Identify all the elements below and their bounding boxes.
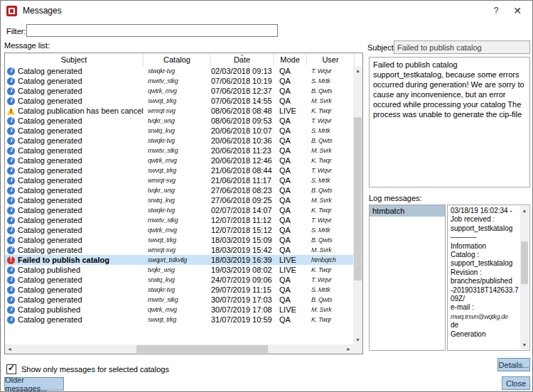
scroll-right-arrow-icon[interactable]: ► <box>344 344 353 354</box>
table-row[interactable]: !Catalog publication has been cancelledw… <box>5 106 353 116</box>
cell-mode: QA <box>274 186 307 195</box>
table-row[interactable]: iCatalog generatedsrwtq_kvg27/06/2018 09… <box>5 195 353 205</box>
table-row[interactable]: iCatalog generatedsrwtq_kvg24/07/2019 09… <box>5 275 353 285</box>
cell-mode: QA <box>274 285 307 294</box>
subject-text: Catalog generated <box>18 186 82 195</box>
cell-user: M. Svrk <box>307 306 353 313</box>
info-icon: i <box>7 127 15 135</box>
cell-subject: iCatalog generated <box>5 156 144 165</box>
column-header-subject[interactable]: Subject <box>5 53 144 66</box>
show-only-selected-checkbox[interactable] <box>6 364 16 374</box>
subject-text: Catalog generated <box>18 156 82 165</box>
details-button[interactable]: Details... <box>497 358 530 371</box>
log-vertical-scrollbar[interactable]: ▲ ▼ <box>520 206 529 349</box>
subject-text: Catalog generated <box>18 226 82 234</box>
older-messages-button[interactable]: Older messages... <box>4 377 64 391</box>
column-header-date[interactable]: Date▴ <box>211 53 274 66</box>
subject-text: Catalog generated <box>18 146 82 155</box>
cell-date: 21/06/2018 08:44 <box>211 166 274 175</box>
log-line: Information <box>451 242 519 251</box>
log-source-item[interactable]: htmbatch <box>370 205 445 217</box>
info-icon: i <box>7 197 15 205</box>
cell-mode: QA <box>274 146 307 155</box>
table-row[interactable]: iCatalog generatedswvqt_trkg18/03/2019 1… <box>5 235 353 245</box>
table-row[interactable]: !Failed to publish catalogswqprt_tstkvtl… <box>5 255 353 265</box>
info-icon: i <box>7 286 15 294</box>
table-row[interactable]: iCatalog generatedtvqkr_wsg27/06/2018 08… <box>5 185 353 195</box>
column-header-catalog[interactable]: Catalog <box>144 53 211 66</box>
horizontal-scroll-thumb[interactable] <box>136 345 268 353</box>
column-header-user[interactable]: User <box>307 53 355 66</box>
table-row[interactable]: iCatalog generatedmwrtv_stkg07/06/2018 1… <box>5 76 353 86</box>
subject-text: Catalog generated <box>18 97 82 105</box>
table-row[interactable]: iCatalog generatedwmrqt-svg21/06/2018 11… <box>5 175 353 185</box>
table-row[interactable]: iCatalog generatedmwrtv_stkg12/07/2018 1… <box>5 215 353 225</box>
log-messages-label: Log messages: <box>369 194 422 202</box>
help-button[interactable]: ? <box>485 3 507 18</box>
table-row[interactable]: iCatalog generatedmwrtv_stkg30/07/2019 1… <box>5 295 353 305</box>
table-row[interactable]: iCatalog generatedtvqkr_wsg08/06/2018 09… <box>5 116 353 126</box>
cell-date: 08/06/2018 09:53 <box>211 116 274 125</box>
log-line: support_testkatalog <box>451 259 519 268</box>
subject-text: Catalog generated <box>18 166 82 175</box>
close-window-button[interactable]: ✕ <box>507 3 528 18</box>
cell-subject: !Failed to publish catalog <box>5 256 144 264</box>
table-row[interactable]: iCatalog generatedqwtrk_mvg12/07/2018 15… <box>5 225 353 235</box>
message-text-box: Failed to publish catalog support_testka… <box>369 57 530 187</box>
scroll-up-arrow-icon[interactable]: ▲ <box>353 66 362 75</box>
log-scroll-down-arrow-icon[interactable]: ▼ <box>520 340 529 349</box>
cell-catalog: wmrqt-svg <box>144 107 211 114</box>
vertical-scroll-thumb[interactable] <box>354 117 362 281</box>
cell-mode: QA <box>274 246 307 254</box>
table-row[interactable]: iCatalog generatedsrwtq_kvg20/06/2018 10… <box>5 126 353 136</box>
info-icon: i <box>7 77 15 85</box>
cell-user: K. Twqr <box>307 266 353 273</box>
cell-date: 02/07/2018 14:07 <box>211 206 274 214</box>
table-row[interactable]: iCatalog generatedqwtrk_mvg07/06/2018 12… <box>5 86 353 96</box>
cell-subject: iCatalog generated <box>5 87 144 95</box>
log-scroll-up-arrow-icon[interactable]: ▲ <box>520 206 529 215</box>
horizontal-scrollbar[interactable]: ◄ ► <box>5 344 353 354</box>
subject-text: Catalog generated <box>18 87 82 95</box>
table-row[interactable]: iCatalog publishedqwtrk_mvg30/07/2019 17… <box>5 305 353 315</box>
column-header-label: Mode <box>280 55 300 64</box>
table-row[interactable]: iCatalog publishedtvqkr_wsg19/03/2019 08… <box>5 265 353 275</box>
subject-text: Catalog generated <box>18 196 82 205</box>
cell-catalog: swvqt_trkg <box>144 97 211 104</box>
table-row[interactable]: iCatalog generatedswvqt_trkg31/07/2019 1… <box>5 315 353 325</box>
cell-mode: QA <box>274 196 307 205</box>
cell-mode: QA <box>274 276 307 284</box>
log-line: 03/18/19 16:02:34 - <box>451 207 519 215</box>
close-button[interactable]: Close <box>502 376 530 390</box>
table-row[interactable]: iCatalog generatedstwqkr-tvg02/07/2018 1… <box>5 205 353 215</box>
subject-text: Catalog generated <box>18 246 82 254</box>
cell-subject: iCatalog generated <box>5 77 144 85</box>
cell-mode: QA <box>274 166 307 175</box>
column-header-label: Catalog <box>163 55 190 64</box>
table-row[interactable]: iCatalog generatedmwrtv_stkg20/06/2018 1… <box>5 146 353 156</box>
table-row[interactable]: iCatalog generatedswvqt_trkg07/06/2018 1… <box>5 96 353 106</box>
cell-catalog: mwrtv_stkg <box>144 77 211 85</box>
cell-catalog: wmrqt-svg <box>144 177 211 184</box>
table-row[interactable]: iCatalog generatedstwqkr-tvg29/07/2019 1… <box>5 285 353 295</box>
cell-mode: QA <box>274 206 307 214</box>
filter-input[interactable] <box>26 24 278 37</box>
table-row[interactable]: iCatalog generatedwmrqt-svg18/03/2019 15… <box>5 245 353 255</box>
scroll-down-arrow-icon[interactable]: ▼ <box>353 335 362 344</box>
vertical-scrollbar[interactable]: ▲ ▼ <box>353 66 362 344</box>
window-title: Messages <box>23 6 62 16</box>
scroll-left-arrow-icon[interactable]: ◄ <box>5 344 14 354</box>
log-scroll-thumb[interactable] <box>521 241 528 284</box>
cell-subject: iCatalog generated <box>5 246 144 254</box>
column-header-mode[interactable]: Mode <box>274 53 307 66</box>
cell-catalog: swqprt_tstkvtlg <box>144 256 211 263</box>
table-row[interactable]: iCatalog generatedqwtrk_mvg20/06/2018 12… <box>5 156 353 165</box>
subject-field[interactable]: Failed to publish catalog <box>394 40 530 54</box>
info-icon: i <box>7 316 15 324</box>
log-line: support_testkatalog <box>451 224 519 233</box>
cell-subject: iCatalog generated <box>5 226 144 234</box>
table-row[interactable]: iCatalog generatedstwqkr-tvg02/03/2018 0… <box>5 66 353 76</box>
cell-user: T. Wqvr <box>307 276 353 283</box>
table-row[interactable]: iCatalog generatedstwqkr-tvg20/06/2018 1… <box>5 136 353 146</box>
table-row[interactable]: iCatalog generatedswvqt_trkg21/06/2018 0… <box>5 165 353 175</box>
